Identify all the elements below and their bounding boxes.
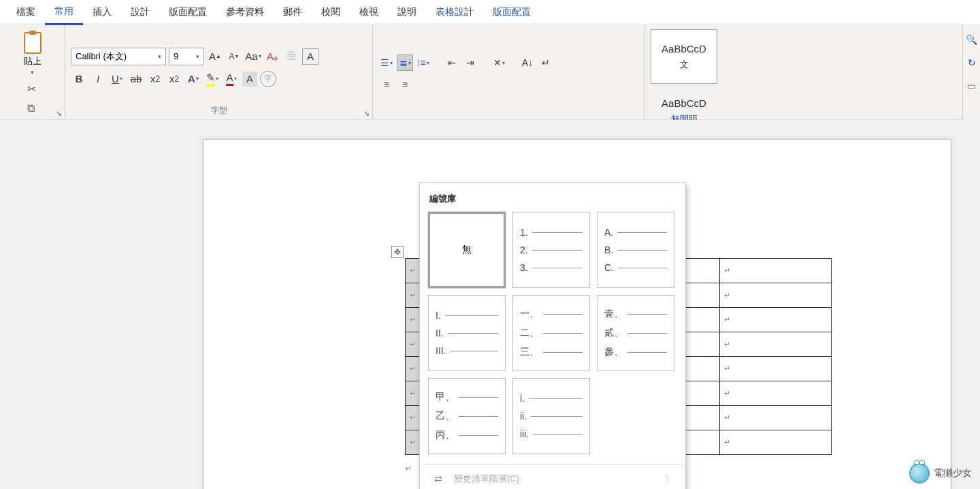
subscript-icon[interactable]: x2	[147, 71, 163, 87]
table-cell[interactable]: ↵	[720, 332, 832, 357]
table-cell[interactable]: ↵	[720, 283, 832, 308]
tab-view[interactable]: 檢視	[350, 1, 388, 24]
align-left-icon[interactable]: ≡	[378, 76, 395, 93]
tab-mailings[interactable]: 郵件	[274, 1, 312, 24]
find-icon[interactable]: 🔍	[966, 34, 977, 45]
clear-formatting-icon[interactable]: Aᵩ	[264, 48, 280, 65]
numbering-thumb[interactable]: 壹、貳、參、	[597, 295, 674, 371]
tab-file[interactable]: 檔案	[7, 1, 45, 24]
style-item-normal[interactable]: AaBbCcD 文	[651, 29, 717, 84]
grow-font-icon[interactable]: A▲	[207, 48, 223, 65]
enclose-characters-icon[interactable]: A	[302, 48, 318, 65]
numbering-gallery-popup: 編號庫 無1.2.3.A.B.C.I.II.III.一、二、三、壹、貳、參、甲、…	[419, 183, 686, 489]
numbering-thumb[interactable]: 無	[428, 212, 506, 288]
group-paragraph: ☰▾ ≣▾ ⁝≡▾ ⇤ ⇥ ✕▾ A↓ ↵ ≡ ≡	[373, 25, 645, 119]
numbering-thumb[interactable]: 一、二、三、	[512, 295, 590, 371]
numbering-thumb[interactable]: i.ii.iii.	[512, 378, 590, 454]
numbering-thumb[interactable]: 甲、乙、丙、	[428, 378, 506, 454]
copy-icon[interactable]: ⧉	[27, 102, 38, 114]
group-font: Calibri (本文)▾ 9▾ A▲ A▼ Aa▾ Aᵩ 亜 A B I U▾…	[65, 25, 373, 119]
tab-layout[interactable]: 版面配置	[159, 1, 216, 24]
tab-table-layout[interactable]: 版面配置	[483, 1, 540, 24]
chevron-right-icon: 〉	[666, 474, 673, 484]
paragraph-mark: ↵	[405, 464, 412, 473]
right-sidebar-tools: 🔍 ↻ ▭	[962, 25, 980, 120]
numbering-thumb[interactable]: I.II.III.	[428, 295, 506, 371]
cut-icon[interactable]: ✂	[27, 82, 38, 95]
char-shading-icon[interactable]: A	[242, 72, 257, 86]
font-launcher-icon[interactable]: ↘	[363, 109, 370, 118]
watermark: 電獺少女	[909, 463, 972, 484]
table-move-handle-icon[interactable]: ✥	[391, 246, 404, 258]
popup-title: 編號庫	[420, 189, 685, 209]
sort-icon[interactable]: A↓	[519, 54, 536, 71]
menu-tabs: 檔案 常用 插入 設計 版面配置 參考資料 郵件 校閱 檢視 說明 表格設計 版…	[0, 0, 980, 25]
group-clipboard: 貼上 ▾ ✂ ⧉ 🖌 剪貼簿 ↘	[0, 25, 65, 119]
superscript-icon[interactable]: x2	[166, 71, 182, 87]
table-cell[interactable]: ↵	[720, 381, 832, 406]
bullets-icon[interactable]: ☰▾	[378, 54, 395, 71]
clipboard-icon	[24, 32, 42, 54]
numbering-thumb[interactable]: A.B.C.	[597, 212, 674, 288]
italic-icon[interactable]: I	[90, 71, 106, 87]
font-color-icon[interactable]: A▾	[223, 71, 240, 87]
group-styles: AaBbCcD 文 AaBbCcD 無間距 AaBl 標題 1 AaBl 標題 …	[645, 25, 980, 119]
tab-insert[interactable]: 插入	[83, 1, 121, 24]
indent-icon: ⇄	[432, 473, 444, 484]
clipboard-launcher-icon[interactable]: ↘	[56, 109, 62, 118]
menu-change-list-level: ⇄ 變更清單階層(C) 〉	[420, 464, 685, 489]
watermark-mascot-icon	[909, 463, 930, 484]
increase-indent-icon[interactable]: ⇥	[462, 54, 478, 71]
asian-sort-icon[interactable]: ✕▾	[491, 54, 507, 71]
tab-design[interactable]: 設計	[121, 1, 159, 24]
table-cell[interactable]: ↵	[720, 259, 832, 283]
tab-review[interactable]: 校閱	[312, 1, 350, 24]
font-size-combo[interactable]: 9▾	[169, 48, 204, 65]
numbering-gallery: 無1.2.3.A.B.C.I.II.III.一、二、三、壹、貳、參、甲、乙、丙、…	[420, 209, 685, 464]
tab-home[interactable]: 常用	[45, 0, 83, 25]
numbering-icon[interactable]: ≣▾	[397, 54, 413, 71]
group-label-font: 字型	[71, 105, 367, 118]
shrink-font-icon[interactable]: A▼	[226, 48, 242, 65]
replace-icon[interactable]: ↻	[968, 57, 976, 68]
asian-layout-icon[interactable]: 字	[260, 71, 276, 87]
bold-icon[interactable]: B	[71, 71, 87, 87]
font-name-combo[interactable]: Calibri (本文)▾	[71, 48, 166, 65]
tab-table-design[interactable]: 表格設計	[426, 1, 483, 24]
table-cell[interactable]: ↵	[720, 357, 832, 381]
tab-references[interactable]: 參考資料	[216, 1, 274, 24]
decrease-indent-icon[interactable]: ⇤	[444, 54, 460, 71]
align-center-icon[interactable]: ≡	[397, 76, 413, 93]
table-cell[interactable]: ↵	[720, 406, 832, 430]
numbering-thumb[interactable]: 1.2.3.	[512, 212, 590, 288]
change-case-icon[interactable]: Aa▾	[245, 48, 261, 65]
multilevel-list-icon[interactable]: ⁝≡▾	[415, 54, 431, 71]
underline-icon[interactable]: U▾	[109, 71, 125, 87]
table-cell[interactable]: ↵	[720, 308, 832, 332]
document-area: ✥ ↵↵↵↵↵↵↵↵↵↵↵↵↵↵↵↵↵↵↵↵↵↵↵↵ ↵ 編號庫 無1.2.3.…	[0, 120, 980, 489]
tab-help[interactable]: 說明	[388, 1, 426, 24]
select-icon[interactable]: ▭	[967, 80, 976, 91]
text-effects-icon[interactable]: A▾	[185, 71, 201, 87]
show-marks-icon[interactable]: ↵	[538, 54, 554, 71]
highlight-icon[interactable]: ✎▾	[204, 71, 220, 87]
ribbon: 貼上 ▾ ✂ ⧉ 🖌 剪貼簿 ↘ Calibri (本文)▾ 9▾ A▲ A▼ …	[0, 25, 980, 120]
table-cell[interactable]: ↵	[720, 430, 832, 455]
phonetic-guide-icon[interactable]: 亜	[283, 48, 299, 65]
paste-button[interactable]: 貼上 ▾	[21, 29, 44, 78]
strikethrough-icon[interactable]: ab	[128, 71, 144, 87]
